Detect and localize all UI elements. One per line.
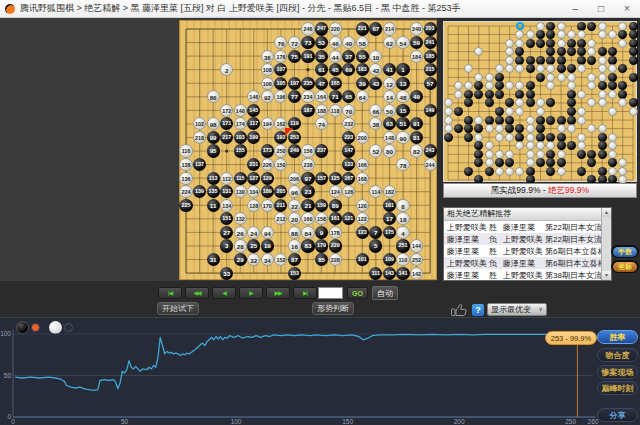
related-game-result: 胜	[489, 270, 503, 281]
go-stone-move-229: 229	[329, 239, 342, 252]
go-stone-move-203: 203	[424, 22, 437, 35]
go-stone-move-103: 103	[234, 131, 247, 144]
back-button[interactable]: ◀	[212, 287, 236, 299]
go-stone-move-241: 241	[424, 36, 437, 49]
go-stone-move-159: 159	[315, 199, 328, 212]
y-tick-0: 0	[0, 413, 11, 420]
related-game-result: 胜	[489, 222, 503, 233]
close-button[interactable]: ×	[614, 1, 640, 17]
forward-10-button[interactable]: ▶▶	[266, 287, 290, 299]
go-stone-move-72: 72	[288, 36, 301, 49]
toggle-move-numbers-button[interactable]: 手数	[611, 245, 639, 258]
go-stone-move-33: 33	[220, 267, 233, 280]
go-stone-move-67: 67	[369, 22, 382, 35]
go-stone-move-167: 167	[342, 172, 355, 185]
go-stone-move-247: 247	[315, 22, 328, 35]
toggle-coordinates-button[interactable]: 坐标	[611, 260, 639, 273]
mini-stone	[536, 107, 545, 116]
go-stone-move-215: 215	[424, 63, 437, 76]
related-game-player1: 藤泽里菜	[444, 234, 489, 245]
last-move-button[interactable]: ▶|	[293, 287, 317, 299]
go-stone-move-178: 178	[329, 226, 342, 239]
related-game-row[interactable]: 藤泽里菜胜上野爱咲美第38期日本女流本因坊	[444, 269, 601, 280]
go-stone-move-25: 25	[247, 239, 260, 252]
go-stone-move-251: 251	[396, 239, 409, 252]
go-stone-move-187: 187	[301, 104, 314, 117]
go-stone-move-16: 16	[288, 239, 301, 252]
first-move-button[interactable]: |◀	[158, 287, 182, 299]
go-stone-move-142: 142	[410, 267, 423, 280]
mini-stone	[557, 47, 566, 56]
go-stone-move-238: 238	[301, 158, 314, 171]
thumbs-up-icon[interactable]	[451, 304, 467, 316]
go-stone-move-12: 12	[383, 77, 396, 90]
go-stone-move-220: 220	[329, 22, 342, 35]
mini-stone	[598, 124, 607, 133]
main-go-board[interactable]: 2462472202216721424020376727353464058625…	[179, 20, 437, 280]
go-stone-move-129: 129	[261, 172, 274, 185]
minimize-button[interactable]: –	[562, 1, 588, 17]
mini-stone	[485, 167, 494, 176]
winrate-line-chart[interactable]	[0, 318, 640, 425]
related-game-row[interactable]: 上野爱咲美负藤泽里菜第6期日本立葵杯挑战	[444, 257, 601, 269]
go-stone-move-28: 28	[234, 239, 247, 252]
go-stone-move-123: 123	[356, 226, 369, 239]
help-button[interactable]: ?	[472, 304, 484, 316]
y-tick-50: 50	[0, 372, 11, 379]
start-trial-button[interactable]: 开始试下	[157, 302, 199, 315]
window-title: 腾讯野狐围棋 > 绝艺精解 > 黑 藤泽里菜 [五段] 对 白 上野爱咲美 [四…	[20, 2, 562, 15]
go-stone-move-39: 39	[356, 77, 369, 90]
go-stone-move-246: 246	[301, 22, 314, 35]
go-stone-move-82: 82	[410, 144, 423, 157]
related-game-row[interactable]: 藤泽里菜胜上野爱咲美第6期日本立葵杯挑战	[444, 245, 601, 257]
related-game-row[interactable]: 上野爱咲美胜藤泽里菜第22期日本女流棋圣战	[444, 221, 601, 233]
mini-stone	[464, 133, 473, 142]
go-stone-move-127: 127	[247, 172, 260, 185]
go-stone-move-52: 52	[369, 144, 382, 157]
scroll-up-icon[interactable]: ▲	[602, 208, 611, 217]
go-stone-move-18: 18	[396, 212, 409, 225]
playback-controls: |◀◀◀◀▶▶▶▶| GO 自动 开始试下 形势判断 ? 显示最优变化∨	[0, 281, 640, 317]
move-number-input[interactable]	[318, 287, 343, 299]
go-stone-move-78: 78	[396, 158, 409, 171]
related-game-player2: 上野爱咲美	[503, 270, 545, 281]
winrate-mode-button[interactable]: 胜率	[597, 330, 638, 344]
related-game-player1: 藤泽里菜	[444, 246, 489, 257]
go-button[interactable]: GO	[347, 287, 368, 299]
go-stone-move-200: 200	[356, 131, 369, 144]
mini-stone	[629, 107, 638, 116]
go-stone-move-149: 149	[424, 104, 437, 117]
forward-button[interactable]: ▶	[239, 287, 263, 299]
related-games-scrollbar[interactable]: ▲ ▼	[601, 208, 611, 280]
match-rate-button[interactable]: 吻合度	[597, 348, 638, 362]
position-judge-button[interactable]: 形势判断	[312, 302, 354, 315]
mini-stone	[485, 124, 494, 133]
back-10-button[interactable]: ◀◀	[185, 287, 209, 299]
peak-moment-button[interactable]: 巅峰时刻	[597, 381, 638, 395]
go-stone-move-185: 185	[424, 50, 437, 63]
mini-stone	[536, 30, 545, 39]
go-stone-move-106: 106	[261, 77, 274, 90]
go-stone-move-3: 3	[220, 239, 233, 252]
maximize-button[interactable]: □	[588, 1, 614, 17]
related-game-event: 第6期日本立葵杯挑战	[545, 246, 601, 257]
mini-go-board[interactable]	[443, 21, 637, 182]
go-stone-move-116: 116	[179, 144, 192, 157]
x-tick-100: 100	[231, 418, 242, 425]
go-stone-move-124: 124	[329, 185, 342, 198]
share-button[interactable]: 分享	[597, 408, 638, 422]
mini-stone	[598, 64, 607, 73]
disaster-scene-button[interactable]: 惨案现场	[597, 365, 638, 379]
go-stone-move-125: 125	[329, 172, 342, 185]
mini-stone	[536, 39, 545, 48]
best-variation-dropdown[interactable]: 显示最优变化∨	[487, 303, 547, 316]
go-stone-move-35: 35	[315, 50, 328, 63]
go-stone-move-19: 19	[261, 239, 274, 252]
scroll-down-icon[interactable]: ▼	[602, 271, 611, 280]
auto-play-button[interactable]: 自动	[372, 286, 398, 300]
go-stone-move-110: 110	[396, 253, 409, 266]
mini-stone	[505, 167, 514, 176]
go-stone-move-118: 118	[329, 104, 342, 117]
go-stone-move-112: 112	[220, 172, 233, 185]
related-game-row[interactable]: 藤泽里菜负上野爱咲美第22期日本女流棋圣战	[444, 233, 601, 245]
